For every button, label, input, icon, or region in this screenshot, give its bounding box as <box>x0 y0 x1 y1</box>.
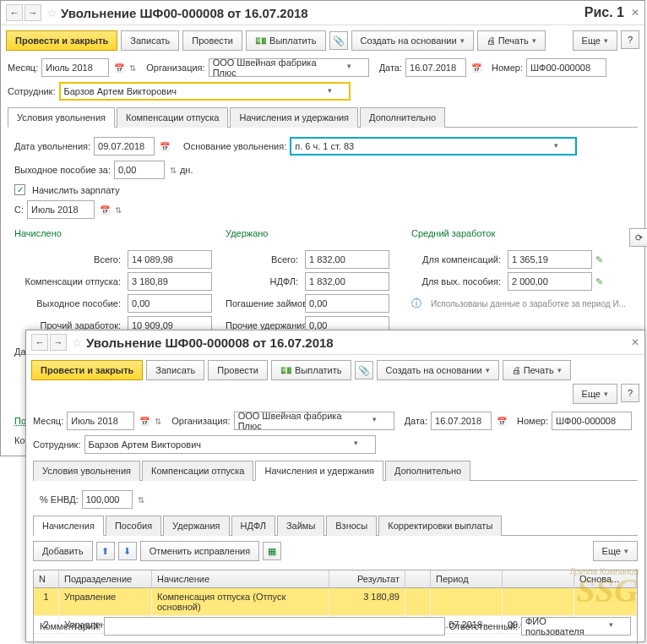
subtab-ndfl[interactable]: НДФЛ <box>231 516 275 536</box>
envd-input[interactable]: 100,000 <box>82 490 133 509</box>
titlebar: ← → ☆ Увольнение ШФ00-000008 от 16.07.20… <box>1 1 644 25</box>
subtab-loans[interactable]: Займы <box>277 516 324 536</box>
number-label: Номер: <box>492 63 523 73</box>
number-input[interactable]: ШФ00-000008 <box>526 58 606 77</box>
write-button[interactable]: Записать <box>121 30 179 51</box>
printer-icon: 🖨 <box>512 365 521 375</box>
post-and-close-button[interactable]: Провести и закрыть <box>6 30 117 51</box>
date-input[interactable]: 16.07.2018 <box>431 412 492 430</box>
withheld-loan: 0,00 <box>305 294 389 313</box>
window-title: Увольнение ШФ00-000008 от 16.07.2018 <box>61 6 308 20</box>
comment-input[interactable] <box>104 617 445 636</box>
post-button[interactable]: Провести <box>208 360 268 380</box>
nav-fwd[interactable]: → <box>24 4 41 21</box>
printer-icon: 🖨 <box>487 35 496 46</box>
move-up-button[interactable]: ⬆ <box>96 542 115 560</box>
table-button[interactable]: ▦ <box>263 542 281 560</box>
date-label: Дата: <box>379 63 402 73</box>
pay-button[interactable]: 💵 Выплатить <box>271 360 351 380</box>
close-icon[interactable]: ✕ <box>631 7 639 19</box>
calendar-icon[interactable]: 📅 <box>160 142 170 151</box>
nav-back[interactable]: ← <box>31 334 48 351</box>
month-input[interactable]: Июль 2018 <box>41 58 109 77</box>
month-label: Месяц: <box>8 63 38 73</box>
refresh-button[interactable]: ⟳ <box>629 228 647 247</box>
withheld-total: 1 832,00 <box>305 250 389 269</box>
avg-comp[interactable]: 1 365,19 <box>508 250 592 269</box>
edit-icon[interactable]: ✎ <box>595 276 603 287</box>
org-label: Организация: <box>146 63 204 73</box>
table-header: N Подразделение Начисление Результат Пер… <box>34 570 637 588</box>
cancel-corrections-button[interactable]: Отменить исправления <box>140 541 259 561</box>
org-input[interactable]: ООО Швейная фабрика Плюс <box>209 58 369 77</box>
tab-additional[interactable]: Дополнительно <box>385 461 470 481</box>
print-button[interactable]: 🖨 Печать <box>503 360 571 380</box>
pay-button[interactable]: 💵 Выплатить <box>246 30 326 51</box>
help-button[interactable]: ? <box>621 384 639 402</box>
move-down-button[interactable]: ⬇ <box>118 542 137 560</box>
create-based-button[interactable]: Создать на основании <box>351 30 474 51</box>
close-icon[interactable]: ✕ <box>631 336 639 348</box>
month-input[interactable]: Июль 2018 <box>67 412 134 430</box>
tab-compensation[interactable]: Компенсации отпуска <box>142 461 253 481</box>
write-button[interactable]: Записать <box>146 360 204 380</box>
calendar-icon[interactable]: 📅 <box>471 63 481 73</box>
spinner-icon[interactable]: ⇅ <box>129 63 136 73</box>
star-icon[interactable]: ☆ <box>72 336 83 349</box>
spinner-icon[interactable]: ⇅ <box>115 205 122 215</box>
date-input[interactable]: 16.07.2018 <box>405 58 466 77</box>
more-button[interactable]: Еще <box>573 30 617 51</box>
window-dismissal-2: ← → ☆ Увольнение ШФ00-000008 от 16.07.20… <box>25 330 645 642</box>
org-input[interactable]: ООО Швейная фабрика Плюс <box>234 412 394 430</box>
tab-compensation[interactable]: Компенсации отпуска <box>117 107 228 128</box>
subtab-contrib[interactable]: Взносы <box>326 516 377 536</box>
tab-conditions[interactable]: Условия увольнения <box>8 107 115 128</box>
accrued-total: 14 089,98 <box>128 250 212 269</box>
days-label: дн. <box>180 165 193 175</box>
tab-accruals[interactable]: Начисления и удержания <box>255 461 383 481</box>
titlebar: ← → ☆ Увольнение ШФ00-000008 от 16.07.20… <box>26 330 644 355</box>
add-button[interactable]: Добавить <box>33 541 93 561</box>
calendar-icon[interactable]: 📅 <box>100 205 110 215</box>
severance-input[interactable]: 0,00 <box>114 161 165 179</box>
fire-date-input[interactable]: 09.07.2018 <box>94 137 155 156</box>
nav-fwd[interactable]: → <box>50 334 67 351</box>
tab-accruals[interactable]: Начисления и удержания <box>230 107 358 128</box>
post-and-close-button[interactable]: Провести и закрыть <box>31 360 143 380</box>
tabs: Условия увольнения Компенсации отпуска Н… <box>8 106 638 128</box>
subtab-benefits[interactable]: Пособия <box>106 516 161 536</box>
attach-button[interactable]: 📎 <box>355 361 373 379</box>
accrued-comp: 3 180,89 <box>128 272 212 291</box>
from-input[interactable]: Июль 2018 <box>27 200 95 219</box>
edit-icon[interactable]: ✎ <box>595 254 603 265</box>
severance-label: Выходное пособие за: <box>14 165 111 175</box>
create-based-button[interactable]: Создать на основании <box>377 360 499 380</box>
spinner-icon[interactable]: ⇅ <box>170 166 177 175</box>
toolbar: Провести и закрыть Записать Провести 💵 В… <box>26 355 644 409</box>
subtab-withhold[interactable]: Удержания <box>163 516 229 536</box>
table-more-button[interactable]: Еще <box>593 541 638 561</box>
avg-sev[interactable]: 2 000,00 <box>508 272 592 291</box>
print-button[interactable]: 🖨 Печать <box>477 30 546 51</box>
star-icon[interactable]: ☆ <box>46 6 57 19</box>
nav-back[interactable]: ← <box>6 4 23 21</box>
post-button[interactable]: Провести <box>182 30 242 51</box>
subtab-accruals[interactable]: Начисления <box>33 516 104 536</box>
more-button[interactable]: Еще <box>573 384 617 404</box>
responsible-input[interactable]: ФИО пользователя <box>521 617 631 636</box>
basis-label: Основание увольнения: <box>183 141 286 151</box>
tab-conditions[interactable]: Условия увольнения <box>33 461 140 481</box>
attach-button[interactable]: 📎 <box>329 31 348 50</box>
window-title: Увольнение ШФ00-000008 от 16.07.2018 <box>86 336 334 350</box>
table-row[interactable]: 1 Управление Компенсация отпуска (Отпуск… <box>34 588 637 616</box>
basis-input[interactable]: п. 6 ч. 1 ст. 83 <box>290 137 577 156</box>
number-input[interactable]: ШФ00-000008 <box>552 412 632 430</box>
calc-salary-checkbox[interactable] <box>14 184 25 195</box>
calendar-icon[interactable]: 📅 <box>114 63 124 73</box>
employee-input[interactable]: Барзов Артем Викторович <box>59 82 351 101</box>
help-button[interactable]: ? <box>621 30 639 49</box>
accrued-header: Начислено <box>14 228 217 247</box>
tab-additional[interactable]: Дополнительно <box>360 107 445 128</box>
employee-input[interactable]: Барзов Артем Викторович <box>84 435 376 454</box>
subtab-corrections[interactable]: Корректировки выплаты <box>378 516 502 536</box>
